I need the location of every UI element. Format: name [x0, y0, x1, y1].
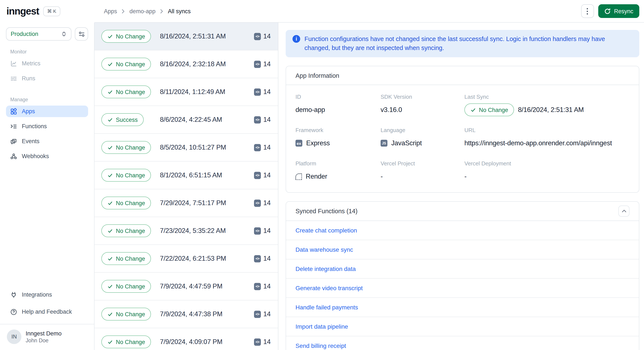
function-count-value: 14 [264, 144, 271, 151]
function-count-value: 14 [264, 32, 271, 40]
function-link[interactable]: Create chat completion [296, 227, 357, 234]
sidebar-nav-item[interactable]: Runs [6, 73, 88, 84]
sync-function-count: <> 14 [254, 338, 271, 346]
sync-status-wrap: Success [101, 113, 160, 126]
nav-item-label: Runs [22, 75, 35, 82]
sync-timestamp: 7/9/2024, 4:47:59 PM [160, 283, 254, 290]
function-link[interactable]: Generate video transcript [296, 285, 362, 292]
app-information-title: App Information [296, 72, 339, 79]
sidebar-nav-item[interactable]: Webhooks [6, 150, 88, 162]
sync-status-wrap: No Change [101, 58, 160, 70]
function-count-value: 14 [264, 255, 271, 262]
function-link[interactable]: Send billing receipt [296, 342, 346, 349]
vercel-project-value: - [380, 173, 383, 180]
sync-row[interactable]: No Change 8/1/2024, 6:51:15 AM <> 14 [94, 162, 278, 189]
nav-item-label: Metrics [22, 60, 40, 67]
check-icon [107, 33, 113, 39]
sidebar-nav-item[interactable]: Metrics [6, 58, 88, 69]
environment-select[interactable]: Production [6, 27, 72, 41]
sync-row[interactable]: No Change 7/23/2024, 5:35:22 AM <> 14 [94, 217, 278, 245]
sync-row[interactable]: No Change 7/9/2024, 4:47:38 PM <> 14 [94, 301, 278, 328]
breadcrumb-apps[interactable]: Apps [104, 8, 117, 14]
sync-function-count: <> 14 [254, 60, 271, 68]
sync-status-wrap: No Change [101, 197, 160, 209]
sidebar-nav-item[interactable]: Apps [6, 106, 88, 117]
sync-row[interactable]: No Change 7/9/2024, 4:09:07 PM <> 14 [94, 328, 278, 350]
last-sync-status-label: No Change [479, 107, 508, 113]
footer-item-label: Help and Feedback [22, 309, 72, 315]
sync-status-label: No Change [116, 144, 145, 151]
platform-value: Render [306, 173, 327, 180]
inngest-logo: inngest [6, 5, 39, 17]
function-row[interactable]: Delete integration data [286, 259, 639, 279]
code-icon: <> [254, 283, 261, 290]
function-link[interactable]: Data warehouse sync [296, 246, 353, 253]
sync-arrows-icon [604, 8, 611, 14]
sync-status-wrap: No Change [101, 85, 160, 98]
code-icon: <> [254, 144, 261, 151]
function-link[interactable]: Import data pipeline [296, 323, 348, 330]
sidebar-section-monitor: Monitor [10, 49, 84, 54]
sync-function-count: <> 14 [254, 310, 271, 318]
sync-status-label: No Change [116, 172, 145, 178]
sliders-icon [78, 30, 85, 37]
field-label: ID [296, 94, 380, 100]
function-count-value: 14 [264, 88, 271, 96]
function-row[interactable]: Send billing receipt [286, 336, 639, 350]
kebab-dot [587, 10, 588, 12]
sync-status-wrap: No Change [101, 252, 160, 265]
code-icon: <> [254, 199, 261, 207]
resync-button[interactable]: Resync [598, 4, 639, 18]
sync-row[interactable]: No Change 7/29/2024, 7:51:17 PM <> 14 [94, 189, 278, 217]
sync-row[interactable]: Success 8/6/2024, 4:22:45 AM <> 14 [94, 106, 278, 134]
account-menu[interactable]: IN Inngest Demo John Doe [6, 324, 88, 350]
sync-status-label: No Change [116, 255, 145, 262]
check-icon [107, 61, 113, 67]
app-window: inngest ⌘ K Apps demo-app All syncs [0, 0, 644, 350]
field-url: URL https://inngest-demo-app.onrender.co… [464, 127, 630, 150]
field-label: Framework [296, 127, 380, 133]
app-id-value: demo-app [296, 106, 325, 114]
sidebar-nav-item[interactable]: Events [6, 135, 88, 147]
sync-status-wrap: No Change [101, 336, 160, 348]
sync-status-label: No Change [116, 311, 145, 317]
sync-status-badge: No Change [101, 85, 151, 98]
field-label: Vercel Project [380, 160, 464, 167]
function-row[interactable]: Handle failed payments [286, 298, 639, 317]
function-row[interactable]: Create chat completion [286, 221, 639, 240]
field-id: ID demo-app [296, 94, 380, 116]
sync-function-count: <> 14 [254, 116, 271, 123]
sync-row[interactable]: No Change 8/5/2024, 10:51:27 PM <> 14 [94, 134, 278, 162]
sidebar-footer-item[interactable]: Integrations [6, 289, 88, 301]
sync-row[interactable]: No Change 7/9/2024, 4:47:59 PM <> 14 [94, 273, 278, 301]
function-row[interactable]: Generate video transcript [286, 279, 639, 298]
synced-functions-card: Synced Functions (14) Create chat comple… [286, 201, 639, 350]
check-icon [107, 311, 113, 317]
breadcrumb-demo-app[interactable]: demo-app [130, 8, 156, 14]
function-row[interactable]: Data warehouse sync [286, 240, 639, 259]
function-row[interactable]: Import data pipeline [286, 317, 639, 336]
function-link[interactable]: Delete integration data [296, 265, 356, 272]
sync-function-count: <> 14 [254, 32, 271, 40]
sync-row[interactable]: No Change 8/16/2024, 2:32:18 AM <> 14 [94, 50, 278, 78]
sync-status-badge: No Change [101, 197, 151, 209]
sync-row[interactable]: No Change 8/11/2024, 1:12:49 AM <> 14 [94, 78, 278, 106]
sync-function-count: <> 14 [254, 171, 271, 179]
sidebar-nav-item[interactable]: Functions [6, 120, 88, 132]
sync-row[interactable]: No Change 7/22/2024, 6:21:53 PM <> 14 [94, 245, 278, 273]
function-count-value: 14 [264, 116, 271, 123]
command-k-shortcut[interactable]: ⌘ K [43, 6, 60, 16]
collapse-button[interactable] [618, 206, 630, 217]
function-count-value: 14 [264, 283, 271, 290]
more-options-button[interactable] [581, 4, 594, 18]
sidebar-footer-item[interactable]: Help and Feedback [6, 306, 88, 318]
sync-row[interactable]: No Change 8/16/2024, 2:51:31 AM <> 14 [94, 23, 278, 50]
function-link[interactable]: Handle failed payments [296, 304, 358, 311]
nav-item-label: Webhooks [22, 153, 49, 159]
webhooks-icon [10, 153, 17, 160]
field-vercel-deployment: Vercel Deployment - [464, 160, 630, 183]
environment-settings-button[interactable] [75, 27, 88, 41]
field-platform: Platform Render [296, 160, 380, 183]
sync-status-badge: No Change [101, 224, 151, 237]
breadcrumb: Apps demo-app All syncs [104, 8, 191, 14]
